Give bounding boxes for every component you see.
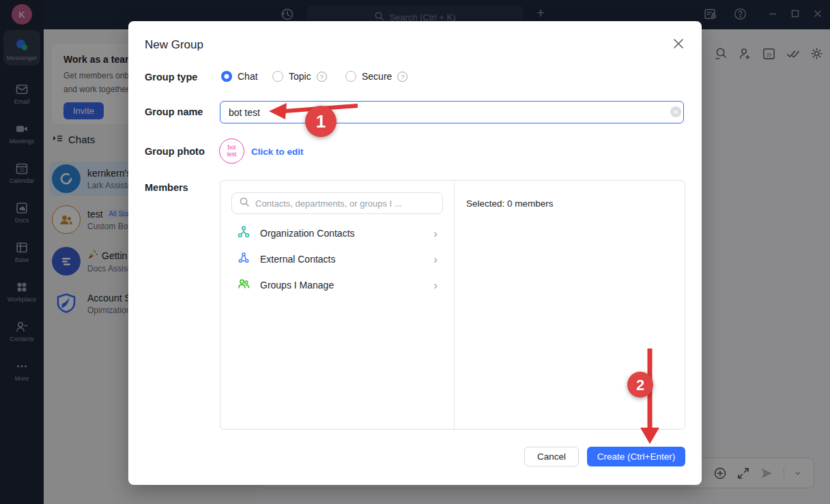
- group-type-label: Group type: [145, 72, 197, 83]
- member-search-box[interactable]: [231, 192, 443, 214]
- new-group-modal: New Group Group type Chat Topic ? Secure…: [128, 21, 702, 485]
- chevron-right-icon: ›: [433, 280, 438, 291]
- members-label: Members: [145, 182, 188, 193]
- radio-topic[interactable]: Topic ?: [272, 71, 327, 82]
- modal-close-icon[interactable]: [672, 37, 685, 53]
- click-to-edit-link[interactable]: Click to edit: [251, 147, 304, 157]
- radio-unselected-icon: [272, 71, 283, 82]
- search-icon: [239, 196, 250, 210]
- modal-title: New Group: [145, 38, 203, 52]
- radio-chat[interactable]: Chat: [221, 71, 258, 82]
- category-organization-contacts[interactable]: Organization Contacts ›: [231, 220, 443, 246]
- clear-input-icon[interactable]: ✕: [670, 106, 681, 117]
- category-external-contacts[interactable]: External Contacts ›: [231, 246, 443, 272]
- create-button[interactable]: Create (Ctrl+Enter): [587, 447, 685, 466]
- groups-people-icon: [237, 277, 251, 293]
- panel-divider: [454, 181, 455, 429]
- member-picker-panel: Organization Contacts › External Contact…: [220, 180, 685, 430]
- external-network-icon: [237, 251, 251, 267]
- category-groups-i-manage[interactable]: Groups I Manage ›: [231, 272, 443, 298]
- chevron-right-icon: ›: [433, 228, 438, 239]
- group-name-input[interactable]: [220, 101, 684, 123]
- topic-help-icon[interactable]: ?: [317, 72, 327, 82]
- cancel-button[interactable]: Cancel: [524, 447, 579, 466]
- radio-secure[interactable]: Secure ?: [345, 71, 407, 82]
- radio-unselected-icon: [345, 71, 356, 82]
- radio-selected-icon: [221, 71, 232, 82]
- secure-help-icon[interactable]: ?: [397, 72, 407, 82]
- org-chart-icon: [237, 225, 251, 241]
- chevron-right-icon: ›: [433, 254, 438, 265]
- group-photo-label: Group photo: [145, 146, 205, 157]
- selected-members-count: Selected: 0 members: [466, 198, 554, 209]
- member-search-input[interactable]: [255, 198, 435, 209]
- app-window: Search (Ctrl + K) + K: [0, 0, 830, 504]
- group-photo-avatar[interactable]: bot test: [219, 138, 244, 164]
- group-name-label: Group name: [145, 106, 203, 117]
